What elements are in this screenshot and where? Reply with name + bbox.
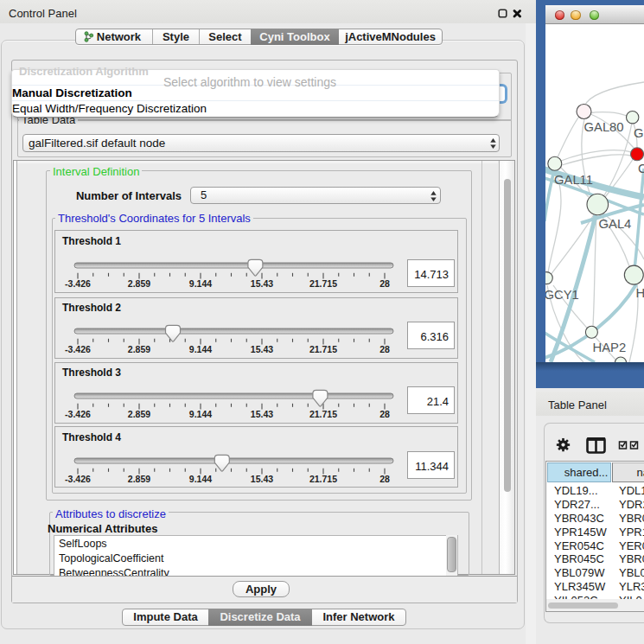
svg-text:GCY1: GCY1 [545, 288, 579, 302]
svg-text:2.859: 2.859 [128, 474, 150, 484]
svg-text:-3.426: -3.426 [65, 409, 91, 419]
svg-text:21.715: 21.715 [309, 278, 337, 289]
svg-text:28: 28 [379, 344, 390, 354]
svg-text:9.144: 9.144 [189, 409, 212, 419]
svg-text:21.715: 21.715 [309, 344, 337, 354]
svg-text:GAL4: GAL4 [599, 217, 632, 231]
svg-text:21.715: 21.715 [309, 474, 337, 484]
svg-text:GAL80: GAL80 [584, 120, 624, 134]
svg-text:G.: G. [634, 126, 644, 140]
svg-text:HAP2: HAP2 [593, 341, 627, 354]
svg-text:15.43: 15.43 [251, 474, 273, 484]
svg-text:C: C [638, 162, 644, 175]
svg-text:-3.426: -3.426 [65, 474, 91, 484]
svg-text:15.43: 15.43 [251, 409, 273, 419]
svg-text:28: 28 [379, 278, 390, 289]
svg-text:-3.426: -3.426 [65, 278, 91, 289]
svg-text:2.859: 2.859 [128, 409, 150, 419]
svg-text:2.859: 2.859 [128, 344, 150, 354]
svg-text:2.859: 2.859 [128, 278, 150, 289]
svg-text:H: H [636, 286, 644, 300]
svg-text:GAL11: GAL11 [554, 173, 593, 187]
svg-text:9.144: 9.144 [189, 344, 212, 354]
svg-text:15.43: 15.43 [251, 344, 273, 354]
svg-text:15.43: 15.43 [251, 278, 273, 289]
svg-text:21.715: 21.715 [309, 409, 337, 419]
svg-text:9.144: 9.144 [189, 278, 212, 289]
svg-text:28: 28 [379, 409, 390, 419]
svg-text:28: 28 [379, 474, 390, 484]
svg-text:9.144: 9.144 [189, 474, 212, 484]
svg-text:-3.426: -3.426 [65, 344, 91, 354]
